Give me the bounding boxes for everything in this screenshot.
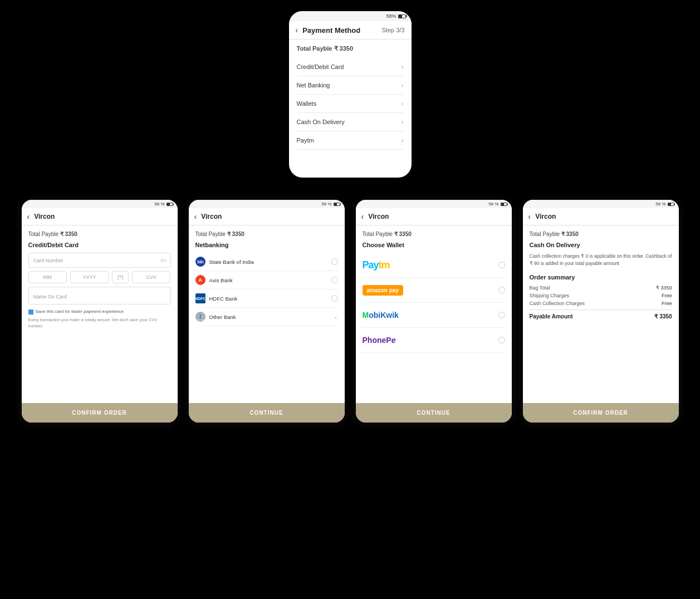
status-bar-card: 58 % bbox=[22, 200, 178, 208]
battery-wallet bbox=[501, 203, 507, 206]
name-on-card-field[interactable]: Name On Card bbox=[28, 287, 171, 305]
axis-icon: A bbox=[195, 275, 205, 285]
order-row-bag: Bag Total ₹ 3350 bbox=[530, 285, 672, 291]
back-card[interactable]: ‹ bbox=[27, 212, 30, 221]
cod-phone: 58 % ‹ Vircon Total Payble ₹ 3350 Cash O… bbox=[523, 200, 679, 423]
wallet-phonepe[interactable]: PhonePe bbox=[363, 328, 505, 353]
bank-axis-left: A Axis Bank bbox=[195, 275, 233, 285]
option-label-credit-debit: Credit/Debit Card bbox=[297, 63, 344, 70]
signal-card: 58 % bbox=[154, 202, 164, 207]
wallet-mobikwik[interactable]: MobiKwik bbox=[363, 303, 505, 328]
continue-btn-wallet[interactable]: CONTINUE bbox=[356, 403, 512, 423]
cvv-placeholder: CVV bbox=[146, 274, 157, 280]
option-cash-on-delivery[interactable]: Cash On Delivery › bbox=[297, 113, 404, 131]
order-row-shipping: Shipping Charges Free bbox=[530, 293, 672, 298]
mobikwik-radio[interactable] bbox=[498, 312, 505, 318]
hdfc-icon: HDFC bbox=[195, 293, 205, 303]
bank-other[interactable]: 🏦 Other Bank ⌄ bbox=[195, 308, 338, 326]
hdfc-radio[interactable] bbox=[331, 295, 338, 302]
netbanking-phone: 58 % ‹ Vircon Total Payble ₹ 3350 Netban… bbox=[189, 200, 345, 423]
back-wallet[interactable]: ‹ bbox=[361, 212, 364, 221]
bottom-phones-row: 58 % ‹ Vircon Total Payble ₹ 3350 Credit… bbox=[5, 200, 696, 439]
chevron-right-icon-2: › bbox=[402, 100, 404, 107]
app-header-top: ‹ Payment Method Step 3/3 bbox=[289, 21, 412, 40]
option-net-banking[interactable]: Net Banking › bbox=[297, 76, 404, 95]
sbi-radio[interactable] bbox=[331, 258, 338, 265]
signal-nb: 58 % bbox=[321, 202, 331, 207]
axis-name: Axis Bank bbox=[209, 277, 233, 283]
step-label-top: Step 3/3 bbox=[382, 27, 405, 33]
option-credit-debit[interactable]: Credit/Debit Card › bbox=[297, 58, 404, 76]
cvv-field[interactable]: CVV bbox=[132, 271, 170, 283]
shipping-label: Shipping Charges bbox=[530, 293, 570, 298]
total-cod: Total Payble ₹ 3350 bbox=[530, 231, 672, 237]
amazon-pay-logo: amazon pay bbox=[363, 282, 403, 298]
mobikwik-logo: MobiKwik bbox=[363, 307, 399, 323]
save-card-row: Save this card for faster payment experi… bbox=[28, 309, 171, 315]
option-label-net-banking: Net Banking bbox=[297, 82, 330, 89]
back-cod[interactable]: ‹ bbox=[528, 212, 531, 221]
chevron-right-icon-4: › bbox=[402, 137, 404, 144]
content-card: Total Payble ₹ 3350 Credit/Debit Card Ca… bbox=[22, 225, 178, 403]
option-label-wallets: Wallets bbox=[297, 100, 317, 107]
yyyy-field[interactable]: YYYY bbox=[70, 271, 109, 283]
status-bar-nb: 58 % bbox=[189, 200, 345, 208]
sbi-name: State Bank of India bbox=[209, 259, 254, 265]
bank-sbi[interactable]: SBI State Bank of India bbox=[195, 253, 338, 271]
bag-total-value: ₹ 3350 bbox=[656, 285, 672, 291]
title-wallet: Vircon bbox=[368, 213, 389, 220]
content-nb: Total Payble ₹ 3350 Netbanking SBI State… bbox=[189, 225, 345, 403]
total-payable-label: Total Payble bbox=[297, 45, 332, 52]
option-paytm[interactable]: Paytm › bbox=[297, 131, 404, 150]
content-wallet: Total Payble ₹ 3350 Choose Wallet Paytm … bbox=[356, 225, 512, 403]
battery-fill-nb bbox=[334, 203, 337, 205]
axis-radio[interactable] bbox=[331, 277, 338, 283]
title-card: Vircon bbox=[34, 213, 55, 220]
card-phone: 58 % ‹ Vircon Total Payble ₹ 3350 Credit… bbox=[22, 200, 178, 423]
save-card-label: Save this card for faster payment experi… bbox=[36, 309, 124, 314]
back-nb[interactable]: ‹ bbox=[194, 212, 197, 221]
chevron-right-icon-0: › bbox=[402, 63, 404, 70]
secure-text-card: Every transaction you make is totally se… bbox=[28, 317, 171, 329]
option-wallets[interactable]: Wallets › bbox=[297, 95, 404, 113]
mobikwik-logo-text: MobiKwik bbox=[363, 311, 399, 320]
top-phone: 58% ‹ Payment Method Step 3/3 Total Payb… bbox=[289, 11, 412, 178]
confirm-order-btn-card[interactable]: CONFIRM ORDER bbox=[22, 403, 178, 423]
hdfc-name: HDFC Bank bbox=[209, 296, 238, 302]
back-button-top[interactable]: ‹ bbox=[296, 26, 298, 35]
order-divider bbox=[530, 310, 672, 310]
confirm-order-btn-cod[interactable]: CONFIRM ORDER bbox=[523, 403, 679, 423]
paytm-radio[interactable] bbox=[498, 262, 505, 268]
cash-charges-label: Cash Collection Charges bbox=[530, 301, 585, 306]
amazon-radio[interactable] bbox=[498, 287, 505, 293]
content-cod: Total Payble ₹ 3350 Cash On Delivery Cas… bbox=[523, 225, 679, 403]
wallet-paytm[interactable]: Paytm bbox=[363, 253, 505, 278]
order-row-cash-charges: Cash Collection Charges Free bbox=[530, 301, 672, 306]
battery-fill-cod bbox=[668, 203, 672, 205]
section-title-cod: Cash On Delivery bbox=[530, 242, 672, 248]
expiry-cvv-row: MM YYYY (?) CVV bbox=[28, 271, 171, 283]
status-bar-cod: 58 % bbox=[523, 200, 679, 208]
option-label-cod: Cash On Delivery bbox=[297, 119, 345, 125]
bank-axis[interactable]: A Axis Bank bbox=[195, 271, 338, 289]
save-card-checkbox[interactable] bbox=[28, 310, 33, 315]
bank-sbi-left: SBI State Bank of India bbox=[195, 257, 254, 267]
status-bar-top: 58% bbox=[289, 11, 412, 21]
phonepe-radio[interactable] bbox=[498, 337, 505, 343]
battery-fill-wallet bbox=[501, 203, 505, 205]
wallets-phone: 58 % ‹ Vircon Total Payble ₹ 3350 Choose… bbox=[356, 200, 512, 423]
other-bank-chevron[interactable]: ⌄ bbox=[334, 314, 338, 320]
bank-hdfc[interactable]: HDFC HDFC Bank bbox=[195, 289, 338, 308]
cash-charges-value: Free bbox=[662, 301, 672, 306]
battery-nb bbox=[334, 203, 340, 206]
battery-fill bbox=[399, 15, 403, 18]
signal-wallet: 58 % bbox=[488, 202, 498, 207]
section-title-wallet: Choose Wallet bbox=[363, 242, 505, 248]
mm-field[interactable]: MM bbox=[28, 271, 67, 283]
bank-hdfc-left: HDFC HDFC Bank bbox=[195, 293, 238, 303]
paytm-logo-text: Paytm bbox=[363, 259, 390, 271]
card-number-field[interactable]: Card Number ▭ bbox=[28, 253, 171, 268]
continue-btn-nb[interactable]: CONTINUE bbox=[189, 403, 345, 423]
total-payable-top: Total Payble ₹ 3350 bbox=[297, 45, 404, 52]
wallet-amazon[interactable]: amazon pay bbox=[363, 278, 505, 303]
